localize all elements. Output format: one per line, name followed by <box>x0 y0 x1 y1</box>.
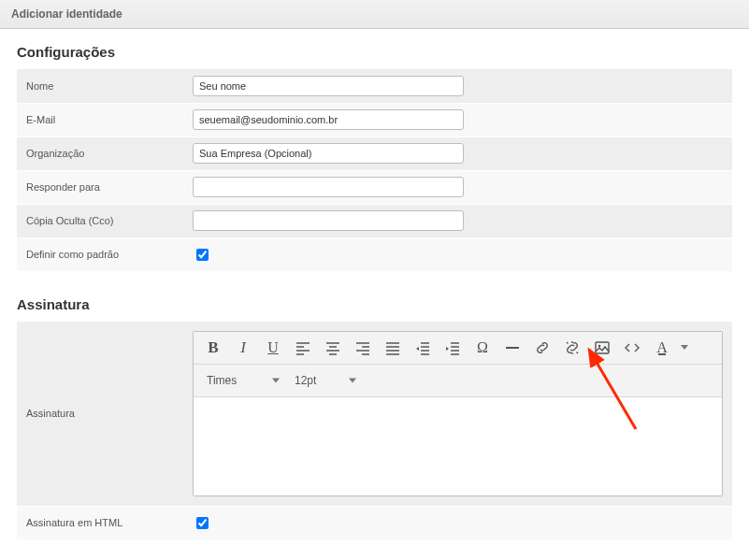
align-center-button[interactable] <box>319 336 347 360</box>
label-signature: Assinatura <box>17 322 193 507</box>
align-right-icon <box>354 339 371 356</box>
underline-button[interactable]: U <box>259 336 287 360</box>
align-justify-button[interactable] <box>379 336 407 360</box>
hr-icon <box>504 339 521 356</box>
link-icon <box>534 339 551 356</box>
align-left-icon <box>295 339 311 356</box>
section-title-signature: Assinatura <box>17 296 732 312</box>
bold-button[interactable]: B <box>199 336 227 360</box>
unlink-button[interactable] <box>558 336 586 360</box>
source-code-button[interactable] <box>618 336 646 360</box>
align-right-button[interactable] <box>349 336 377 360</box>
italic-icon: I <box>240 338 246 357</box>
bcc-field[interactable] <box>193 210 464 231</box>
chevron-down-icon <box>272 378 280 382</box>
label-replyto: Responder para <box>17 170 193 204</box>
label-signature-html: Assinatura em HTML <box>17 506 193 539</box>
align-left-button[interactable] <box>289 336 317 360</box>
text-color-menu-button[interactable] <box>678 336 691 360</box>
indent-icon <box>444 339 461 356</box>
dialog-title: Adicionar identidade <box>0 0 749 29</box>
signature-table: Assinatura B I U <box>17 322 732 540</box>
font-family-value: Times <box>207 374 237 387</box>
italic-button[interactable]: I <box>229 336 257 360</box>
special-char-button[interactable]: Ω <box>468 336 497 360</box>
set-default-checkbox[interactable] <box>196 249 209 261</box>
config-table: Nome E-Mail Organização Responder para C… <box>17 69 732 272</box>
outdent-button[interactable] <box>409 336 437 360</box>
editor-toolbar-1: B I U <box>194 332 722 365</box>
section-title-config: Configurações <box>17 44 732 60</box>
signature-editor-body[interactable] <box>194 397 722 495</box>
label-email: E-Mail <box>17 103 193 136</box>
text-color-button[interactable]: A <box>648 336 676 360</box>
font-size-value: 12pt <box>295 374 316 387</box>
replyto-field[interactable] <box>193 177 464 197</box>
editor-toolbar-2: Times 12pt <box>194 365 722 397</box>
bold-icon: B <box>208 338 218 357</box>
underline-icon: U <box>267 339 279 356</box>
align-justify-icon <box>384 339 401 356</box>
label-name: Nome <box>17 69 193 103</box>
chevron-down-icon <box>349 378 356 382</box>
label-bcc: Cópia Oculta (Cco) <box>17 204 193 237</box>
link-button[interactable] <box>528 336 556 360</box>
chevron-down-icon <box>681 345 688 350</box>
horizontal-rule-button[interactable] <box>498 336 526 360</box>
indent-button[interactable] <box>439 336 467 360</box>
name-field[interactable] <box>193 76 464 96</box>
image-icon <box>594 339 611 356</box>
insert-image-button[interactable] <box>588 336 616 360</box>
svg-rect-0 <box>596 342 609 353</box>
omega-icon: Ω <box>477 339 488 356</box>
signature-html-checkbox[interactable] <box>196 517 209 529</box>
text-color-icon: A <box>656 339 668 356</box>
svg-point-1 <box>598 344 601 347</box>
label-default: Definir como padrão <box>17 237 193 271</box>
rich-text-editor: B I U <box>193 331 723 496</box>
organization-field[interactable] <box>193 143 464 164</box>
email-field[interactable] <box>193 109 464 130</box>
unlink-icon <box>564 339 581 356</box>
outdent-icon <box>414 339 431 356</box>
font-size-select[interactable]: 12pt <box>287 368 362 393</box>
font-family-select[interactable]: Times <box>199 368 285 393</box>
align-center-icon <box>324 339 341 356</box>
label-org: Organização <box>17 136 193 170</box>
code-icon <box>624 339 641 356</box>
